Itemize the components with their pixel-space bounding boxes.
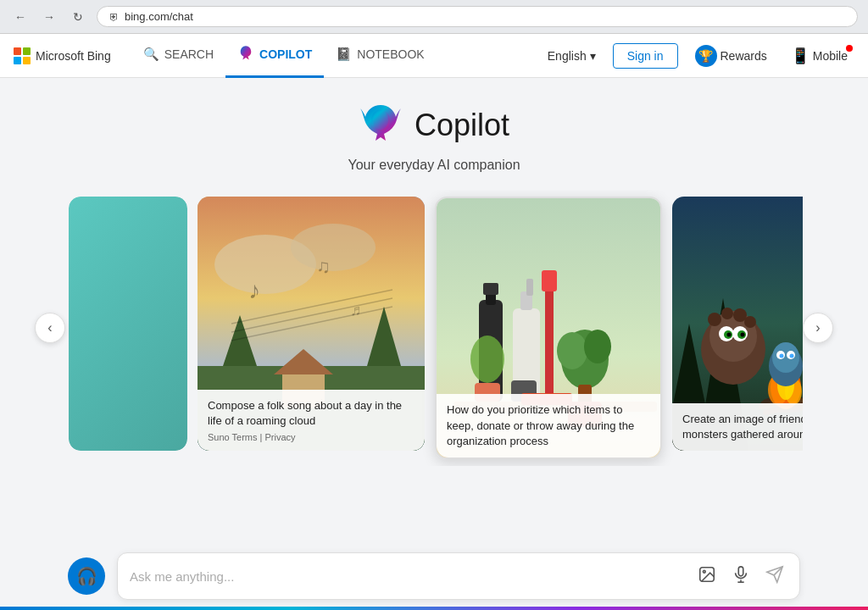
svg-rect-24	[542, 270, 557, 291]
url-text: bing.com/chat	[125, 10, 193, 23]
svg-point-74	[780, 354, 784, 358]
svg-point-49	[721, 308, 733, 319]
nav-notebook[interactable]: 📓 NOTEBOOK	[324, 34, 436, 78]
svg-point-26	[557, 332, 587, 369]
input-area: 🎧	[0, 552, 868, 607]
svg-text:♬: ♬	[350, 302, 362, 319]
nav-copilot-label: COPILOT	[259, 47, 312, 61]
svg-rect-23	[545, 274, 554, 402]
browser-chrome: ← → ↻ ⛨ bing.com/chat	[0, 0, 868, 34]
nav-search-label: SEARCH	[164, 47, 214, 61]
send-icon	[765, 565, 784, 588]
hero-section: Copilot Your everyday AI companion	[348, 78, 520, 190]
svg-point-71	[772, 342, 799, 373]
hero-title: Copilot	[415, 108, 509, 143]
music-card-caption: Compose a folk song about a day in the l…	[198, 390, 425, 451]
rewards-button[interactable]: 🏆 Rewards	[688, 42, 774, 70]
send-button[interactable]	[762, 562, 787, 591]
card-music[interactable]: ♪ ♫ ♬ Compose a folk song about a day in…	[198, 197, 425, 451]
chat-input-wrapper	[117, 552, 800, 600]
svg-point-56	[727, 333, 732, 337]
main-content: Copilot Your everyday AI companion ‹	[0, 78, 868, 610]
bing-logo[interactable]: Microsoft Bing	[14, 47, 111, 64]
logo-cell-green	[23, 47, 31, 55]
image-upload-button[interactable]	[694, 562, 720, 591]
copilot-nav-icon	[237, 45, 254, 64]
nav-notebook-label: NOTEBOOK	[357, 47, 424, 61]
brand-label: Microsoft Bing	[36, 49, 111, 63]
mobile-button[interactable]: 📱 Mobile	[784, 43, 854, 69]
nav-search[interactable]: 🔍 SEARCH	[131, 34, 225, 78]
svg-text:♫: ♫	[316, 256, 331, 277]
svg-point-77	[703, 570, 705, 573]
address-bar[interactable]: ⛨ bing.com/chat	[97, 6, 858, 27]
svg-point-31	[470, 336, 504, 383]
carousel-next-button[interactable]: ›	[803, 313, 833, 343]
navbar: Microsoft Bing 🔍 SEARCH	[0, 34, 868, 78]
navbar-right: English ▾ Sign in 🏆 Rewards 📱 Mobile	[541, 42, 854, 70]
rewards-label: Rewards	[721, 49, 767, 63]
microphone-icon	[732, 565, 750, 588]
bottom-bar	[0, 607, 868, 610]
chevron-down-icon: ▾	[590, 49, 596, 63]
svg-rect-78	[738, 566, 743, 575]
carousel-prev-button[interactable]: ‹	[35, 313, 65, 343]
input-icons	[694, 562, 787, 591]
carousel-section: ‹	[0, 190, 868, 466]
logo-cell-yellow	[23, 57, 31, 64]
copilot-hero-icon	[359, 102, 403, 149]
bing-logo-grid	[14, 47, 31, 64]
address-icon: ⛨	[109, 11, 120, 23]
language-selector[interactable]: English ▾	[541, 46, 603, 66]
rewards-icon: 🏆	[695, 45, 717, 67]
notebook-icon: 📓	[336, 47, 352, 62]
notification-dot	[846, 45, 853, 52]
svg-point-48	[708, 313, 721, 326]
svg-point-27	[584, 330, 611, 363]
copilot-avatar: 🎧	[68, 557, 105, 595]
music-caption-meta: Suno Terms | Privacy	[208, 432, 415, 442]
carousel-track: ♪ ♫ ♬ Compose a folk song about a day in…	[65, 190, 803, 466]
svg-point-75	[790, 354, 794, 358]
app-container: Microsoft Bing 🔍 SEARCH	[0, 34, 868, 610]
sign-in-button[interactable]: Sign in	[613, 43, 678, 69]
music-caption-text: Compose a folk song about a day in the l…	[208, 398, 415, 429]
back-button[interactable]: ←	[10, 7, 31, 27]
mobile-label: Mobile	[813, 49, 848, 63]
svg-point-3	[291, 224, 376, 271]
hero-subtitle: Your everyday AI companion	[348, 158, 520, 173]
hero-logo-row: Copilot	[359, 102, 509, 149]
search-icon: 🔍	[143, 47, 159, 62]
monsters-caption-text: Create an image of friendly, fuzzy monst…	[682, 412, 803, 442]
svg-point-51	[744, 316, 756, 328]
svg-rect-22	[526, 279, 533, 296]
avatar-icon: 🎧	[76, 566, 97, 586]
nav-copilot[interactable]: COPILOT	[225, 34, 324, 78]
reload-button[interactable]: ↻	[68, 7, 88, 27]
logo-cell-blue	[14, 57, 21, 64]
forward-button[interactable]: →	[39, 7, 59, 27]
image-upload-icon	[698, 565, 716, 588]
monsters-card-caption: Create an image of friendly, fuzzy monst…	[672, 403, 803, 451]
svg-point-57	[741, 333, 745, 337]
microphone-button[interactable]	[728, 562, 754, 591]
teal-bg	[69, 197, 187, 451]
mobile-icon: 📱	[791, 47, 810, 65]
card-toiletries[interactable]: How do you prioritize which items to kee…	[435, 197, 662, 459]
card-monsters[interactable]: Create an image of friendly, fuzzy monst…	[672, 197, 803, 451]
toiletries-caption-text: How do you prioritize which items to kee…	[447, 402, 650, 449]
chat-input[interactable]	[130, 569, 694, 584]
toiletries-card-caption: How do you prioritize which items to kee…	[437, 394, 660, 458]
language-label: English	[548, 49, 587, 63]
logo-cell-red	[14, 47, 21, 55]
svg-rect-19	[483, 283, 498, 295]
svg-text:♪: ♪	[248, 277, 260, 303]
card-partial-teal[interactable]	[69, 197, 187, 451]
nav-items: 🔍 SEARCH	[131, 34, 437, 78]
